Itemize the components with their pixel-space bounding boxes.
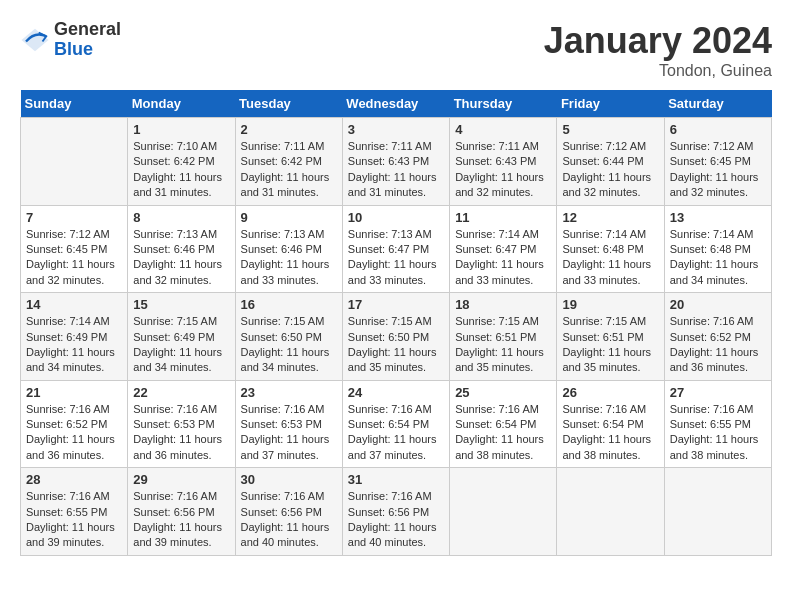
day-number: 27 (670, 385, 766, 400)
day-number: 30 (241, 472, 337, 487)
day-info-line: Daylight: 11 hours and 37 minutes. (348, 432, 444, 463)
day-info-line: Sunset: 6:50 PM (241, 330, 337, 345)
day-info-line: Daylight: 11 hours and 39 minutes. (133, 520, 229, 551)
day-number: 28 (26, 472, 122, 487)
day-info-line: Daylight: 11 hours and 35 minutes. (455, 345, 551, 376)
day-info-line: Daylight: 11 hours and 32 minutes. (133, 257, 229, 288)
day-number: 17 (348, 297, 444, 312)
day-number: 7 (26, 210, 122, 225)
day-info-line: Daylight: 11 hours and 33 minutes. (562, 257, 658, 288)
day-number: 6 (670, 122, 766, 137)
location: Tondon, Guinea (544, 62, 772, 80)
day-info-line: Sunset: 6:49 PM (133, 330, 229, 345)
calendar-cell: 15Sunrise: 7:15 AMSunset: 6:49 PMDayligh… (128, 293, 235, 381)
day-info-line: Daylight: 11 hours and 32 minutes. (670, 170, 766, 201)
day-info-line: Sunset: 6:42 PM (133, 154, 229, 169)
day-info-line: Sunrise: 7:12 AM (562, 139, 658, 154)
day-number: 9 (241, 210, 337, 225)
day-info-line: Sunrise: 7:16 AM (348, 402, 444, 417)
day-number: 24 (348, 385, 444, 400)
calendar-cell: 18Sunrise: 7:15 AMSunset: 6:51 PMDayligh… (450, 293, 557, 381)
weekday-header-cell: Monday (128, 90, 235, 118)
day-info-line: Sunrise: 7:16 AM (670, 402, 766, 417)
month-title: January 2024 (544, 20, 772, 62)
day-number: 25 (455, 385, 551, 400)
calendar-cell: 1Sunrise: 7:10 AMSunset: 6:42 PMDaylight… (128, 118, 235, 206)
day-info-line: Sunrise: 7:15 AM (455, 314, 551, 329)
calendar-cell (21, 118, 128, 206)
calendar-cell (664, 468, 771, 556)
day-info-line: Sunset: 6:54 PM (348, 417, 444, 432)
calendar-cell: 23Sunrise: 7:16 AMSunset: 6:53 PMDayligh… (235, 380, 342, 468)
calendar-cell: 10Sunrise: 7:13 AMSunset: 6:47 PMDayligh… (342, 205, 449, 293)
day-number: 20 (670, 297, 766, 312)
day-info-line: Daylight: 11 hours and 36 minutes. (26, 432, 122, 463)
calendar-cell: 30Sunrise: 7:16 AMSunset: 6:56 PMDayligh… (235, 468, 342, 556)
calendar-week-row: 21Sunrise: 7:16 AMSunset: 6:52 PMDayligh… (21, 380, 772, 468)
day-number: 10 (348, 210, 444, 225)
day-number: 5 (562, 122, 658, 137)
day-number: 23 (241, 385, 337, 400)
title-block: January 2024 Tondon, Guinea (544, 20, 772, 80)
day-number: 2 (241, 122, 337, 137)
day-info-line: Daylight: 11 hours and 34 minutes. (670, 257, 766, 288)
calendar-cell (557, 468, 664, 556)
day-info-line: Sunrise: 7:11 AM (241, 139, 337, 154)
calendar-cell: 19Sunrise: 7:15 AMSunset: 6:51 PMDayligh… (557, 293, 664, 381)
day-number: 18 (455, 297, 551, 312)
day-number: 19 (562, 297, 658, 312)
calendar-cell: 8Sunrise: 7:13 AMSunset: 6:46 PMDaylight… (128, 205, 235, 293)
day-info-line: Sunset: 6:48 PM (670, 242, 766, 257)
day-info-line: Daylight: 11 hours and 40 minutes. (348, 520, 444, 551)
day-info-line: Daylight: 11 hours and 38 minutes. (455, 432, 551, 463)
calendar-cell: 12Sunrise: 7:14 AMSunset: 6:48 PMDayligh… (557, 205, 664, 293)
calendar-cell: 21Sunrise: 7:16 AMSunset: 6:52 PMDayligh… (21, 380, 128, 468)
day-info-line: Sunset: 6:56 PM (133, 505, 229, 520)
day-info-line: Sunrise: 7:16 AM (133, 489, 229, 504)
day-info-line: Sunset: 6:48 PM (562, 242, 658, 257)
calendar-cell: 2Sunrise: 7:11 AMSunset: 6:42 PMDaylight… (235, 118, 342, 206)
day-info-line: Sunrise: 7:16 AM (241, 402, 337, 417)
day-info-line: Sunrise: 7:11 AM (348, 139, 444, 154)
logo-text: General Blue (54, 20, 121, 60)
day-info-line: Sunset: 6:51 PM (562, 330, 658, 345)
day-info-line: Daylight: 11 hours and 32 minutes. (455, 170, 551, 201)
day-info-line: Sunrise: 7:16 AM (26, 489, 122, 504)
calendar-cell: 26Sunrise: 7:16 AMSunset: 6:54 PMDayligh… (557, 380, 664, 468)
calendar-cell (450, 468, 557, 556)
day-info-line: Sunrise: 7:15 AM (348, 314, 444, 329)
day-info-line: Sunset: 6:44 PM (562, 154, 658, 169)
calendar-table: SundayMondayTuesdayWednesdayThursdayFrid… (20, 90, 772, 556)
calendar-cell: 4Sunrise: 7:11 AMSunset: 6:43 PMDaylight… (450, 118, 557, 206)
day-info-line: Sunrise: 7:14 AM (670, 227, 766, 242)
day-info-line: Sunrise: 7:16 AM (26, 402, 122, 417)
day-info-line: Sunrise: 7:12 AM (670, 139, 766, 154)
day-number: 16 (241, 297, 337, 312)
day-info-line: Sunrise: 7:16 AM (241, 489, 337, 504)
day-number: 11 (455, 210, 551, 225)
day-info-line: Sunrise: 7:15 AM (241, 314, 337, 329)
day-number: 1 (133, 122, 229, 137)
day-info-line: Daylight: 11 hours and 33 minutes. (241, 257, 337, 288)
day-info-line: Daylight: 11 hours and 39 minutes. (26, 520, 122, 551)
calendar-cell: 13Sunrise: 7:14 AMSunset: 6:48 PMDayligh… (664, 205, 771, 293)
calendar-cell: 25Sunrise: 7:16 AMSunset: 6:54 PMDayligh… (450, 380, 557, 468)
weekday-header-row: SundayMondayTuesdayWednesdayThursdayFrid… (21, 90, 772, 118)
day-info-line: Sunset: 6:53 PM (133, 417, 229, 432)
day-number: 26 (562, 385, 658, 400)
calendar-cell: 11Sunrise: 7:14 AMSunset: 6:47 PMDayligh… (450, 205, 557, 293)
day-number: 3 (348, 122, 444, 137)
day-info-line: Sunrise: 7:13 AM (133, 227, 229, 242)
day-info-line: Daylight: 11 hours and 40 minutes. (241, 520, 337, 551)
day-info-line: Daylight: 11 hours and 31 minutes. (348, 170, 444, 201)
day-info-line: Sunset: 6:42 PM (241, 154, 337, 169)
weekday-header-cell: Wednesday (342, 90, 449, 118)
logo: General Blue (20, 20, 121, 60)
day-info-line: Sunrise: 7:14 AM (562, 227, 658, 242)
day-info-line: Sunset: 6:45 PM (670, 154, 766, 169)
day-info-line: Sunset: 6:53 PM (241, 417, 337, 432)
day-info-line: Daylight: 11 hours and 36 minutes. (133, 432, 229, 463)
weekday-header-cell: Thursday (450, 90, 557, 118)
day-info-line: Daylight: 11 hours and 33 minutes. (455, 257, 551, 288)
day-info-line: Daylight: 11 hours and 38 minutes. (670, 432, 766, 463)
